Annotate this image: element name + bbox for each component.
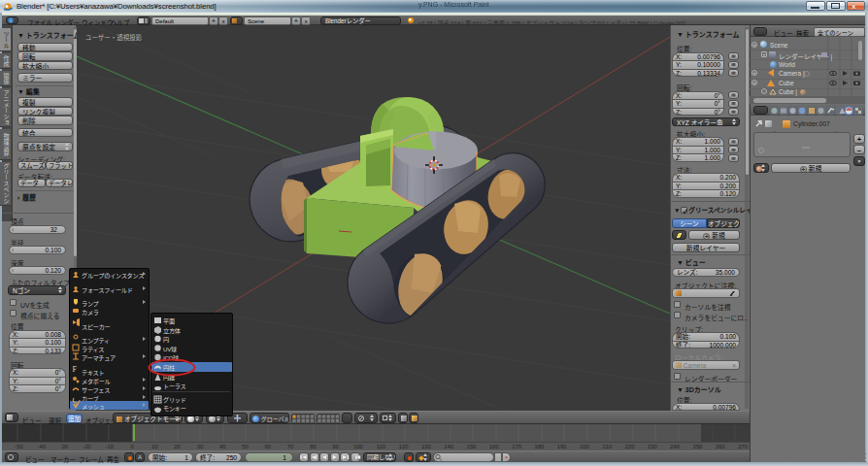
svg-text:270: 270	[738, 444, 748, 449]
svg-text:240: 240	[670, 444, 680, 449]
svg-text:60: 60	[265, 444, 271, 449]
svg-text:110: 110	[377, 444, 385, 449]
svg-text:100: 100	[353, 444, 363, 449]
svg-text:20: 20	[174, 444, 180, 449]
svg-text:250: 250	[693, 444, 703, 449]
svg-text:40: 40	[219, 444, 225, 449]
svg-text:-30: -30	[60, 444, 68, 449]
svg-text:150: 150	[467, 444, 477, 449]
svg-text:140: 140	[444, 444, 453, 449]
svg-text:170: 170	[512, 444, 521, 449]
svg-text:220: 220	[625, 444, 635, 449]
svg-text:30: 30	[197, 444, 203, 449]
svg-text:70: 70	[287, 444, 293, 449]
svg-text:120: 120	[399, 444, 409, 449]
svg-text:50: 50	[242, 444, 248, 449]
svg-text:10: 10	[151, 444, 157, 449]
svg-text:190: 190	[557, 444, 567, 449]
svg-text:130: 130	[421, 444, 431, 449]
svg-text:-10: -10	[106, 444, 114, 449]
svg-text:-20: -20	[83, 444, 90, 449]
svg-text:F: F	[73, 365, 78, 374]
svg-text:180: 180	[535, 444, 545, 449]
svg-text:0: 0	[130, 444, 133, 449]
svg-text:80: 80	[310, 444, 316, 449]
svg-text:160: 160	[489, 444, 499, 449]
svg-text:200: 200	[580, 444, 589, 449]
svg-text:210: 210	[602, 444, 612, 449]
svg-text:230: 230	[648, 444, 657, 449]
svg-text:260: 260	[716, 444, 725, 449]
svg-text:-40: -40	[38, 444, 46, 449]
svg-text:90: 90	[332, 444, 338, 449]
svg-text:-50: -50	[15, 444, 22, 449]
